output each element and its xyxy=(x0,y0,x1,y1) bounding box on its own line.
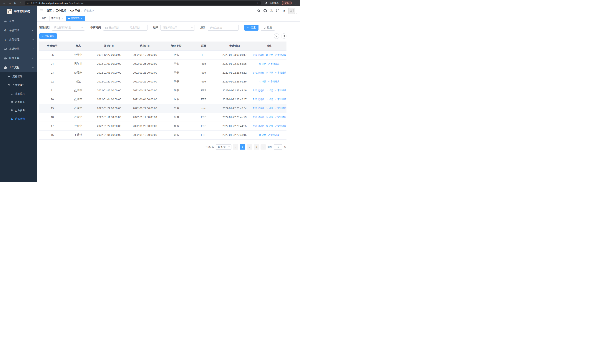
approval-progress-link[interactable]: 审批进度 xyxy=(275,53,286,56)
approval-progress-link[interactable]: 审批进度 xyxy=(275,98,286,101)
reason-input[interactable] xyxy=(208,25,239,31)
detail-link[interactable]: 详情 xyxy=(266,125,273,128)
page-size-select[interactable]: 10条/页 xyxy=(216,144,231,149)
sidebar-item-payment[interactable]: ¥ 支付管理 xyxy=(0,35,37,44)
chevron-up-icon xyxy=(32,67,34,68)
close-icon[interactable]: × xyxy=(80,17,83,20)
toolbox-icon xyxy=(4,57,7,60)
page-button-1[interactable]: 1 xyxy=(240,144,245,149)
forward-icon[interactable]: → xyxy=(7,0,12,6)
sidebar-item-leave-query[interactable]: 请假查询 xyxy=(0,114,37,123)
back-icon[interactable]: ← xyxy=(2,0,7,6)
detail-link[interactable]: 详情 xyxy=(266,107,273,110)
reset-button[interactable]: 重置 xyxy=(261,25,275,31)
result-select[interactable]: 请选择流结果 xyxy=(160,25,195,31)
breadcrumb-item-workflow[interactable]: 工作流程 xyxy=(56,9,66,12)
breadcrumb-separator: / xyxy=(82,9,82,12)
sidebar-item-my-process[interactable]: 我的流程 xyxy=(0,90,37,98)
detail-link[interactable]: 详情 xyxy=(259,80,266,83)
cancel-leave-link[interactable]: 取消请假 xyxy=(253,71,264,74)
cancel-leave-link[interactable]: 取消请假 xyxy=(253,116,264,119)
browser-menu-icon[interactable]: ⋮ xyxy=(293,0,298,6)
help-icon[interactable]: ? xyxy=(270,9,273,12)
update-button[interactable]: 更新 xyxy=(282,1,292,5)
goto-page-input[interactable] xyxy=(274,144,282,149)
sidebar-item-rd-tools[interactable]: 研发工具 xyxy=(0,54,37,63)
approval-progress-link[interactable]: 审批进度 xyxy=(275,71,286,74)
prev-page-button[interactable]: ‹ xyxy=(233,144,238,149)
github-icon[interactable] xyxy=(263,9,267,12)
cancel-leave-link[interactable]: 取消请假 xyxy=(253,125,264,128)
tab-leave-query[interactable]: 请假查询 × xyxy=(66,16,85,21)
detail-link[interactable]: 详情 xyxy=(266,53,273,56)
page-button-2[interactable]: 2 xyxy=(247,144,252,149)
approval-progress-link[interactable]: 审批进度 xyxy=(268,80,280,83)
filter-apply-time: 申请时间 开始日期 - 结束日期 xyxy=(90,25,148,31)
start-date-placeholder: 开始日期 xyxy=(109,26,124,29)
cancel-leave-link[interactable]: 取消请假 xyxy=(253,98,264,101)
sidebar-collapse-icon[interactable] xyxy=(40,9,44,13)
breadcrumb-item-home[interactable]: 首页 xyxy=(47,9,52,12)
sidebar-item-process-management[interactable]: 流程管理 xyxy=(0,72,37,81)
sidebar-item-label: 支付管理 xyxy=(9,38,19,41)
sidebar-item-workflow[interactable]: 工作流程 xyxy=(0,63,37,72)
approval-progress-link[interactable]: 审批进度 xyxy=(268,133,280,137)
sidebar-item-home[interactable]: 首页 xyxy=(0,17,37,26)
sidebar-item-done-tasks[interactable]: 已办任务 xyxy=(0,106,37,114)
detail-link[interactable]: 详情 xyxy=(266,89,273,92)
sidebar-item-system[interactable]: ⚙ 系统管理 xyxy=(0,26,37,35)
refresh-icon[interactable] xyxy=(281,33,286,39)
page-button-3[interactable]: 3 xyxy=(254,144,259,149)
app-logo[interactable]: 芋道管理系统 xyxy=(0,6,37,17)
search-button[interactable]: 搜索 xyxy=(244,25,259,31)
tab-home[interactable]: 首页 xyxy=(40,16,48,21)
cell-apply-time: 2022-01-22 23:46:47 xyxy=(217,95,252,104)
cell-actions: 取消请假详情审批进度 xyxy=(252,50,286,59)
create-leave-button[interactable]: + 发起请假 xyxy=(39,33,57,39)
user-menu[interactable] xyxy=(288,8,297,14)
fullscreen-icon[interactable] xyxy=(276,9,279,12)
cell-reason: eee xyxy=(190,77,217,86)
font-size-icon[interactable]: TT xyxy=(282,9,285,12)
sidebar-item-todo-tasks[interactable]: 待办任务 xyxy=(0,98,37,106)
tab-process-detail[interactable]: 流程详情 × xyxy=(49,16,65,21)
detail-link[interactable]: 详情 xyxy=(266,71,273,74)
detail-link[interactable]: 详情 xyxy=(266,98,273,101)
table-row: 22通过2022-01-22 00:00:002022-01-22 00:00:… xyxy=(39,77,286,86)
detail-link[interactable]: 详情 xyxy=(259,133,266,137)
leave-type-select[interactable]: 请选择请假类型 xyxy=(52,25,85,31)
sidebar-item-infrastructure[interactable]: 基础设施 xyxy=(0,44,37,54)
approval-progress-link[interactable]: 审批进度 xyxy=(275,125,286,128)
filter-label: 请假类型 xyxy=(39,26,50,29)
cancel-leave-link[interactable]: 取消请假 xyxy=(253,53,264,56)
approval-progress-link[interactable]: 审批进度 xyxy=(275,116,286,119)
cell-reason: eee xyxy=(190,68,217,77)
sidebar-menu: 首页 ⚙ 系统管理 ¥ 支付管理 基础设施 xyxy=(0,17,37,72)
cell-apply-time: 2022-01-22 23:46:04 xyxy=(217,104,252,113)
cell-actions: 详情审批进度 xyxy=(252,131,286,139)
table-row: 16不通过2022-01-04 00:00:002022-01-13 00:00… xyxy=(39,131,286,139)
cancel-leave-link[interactable]: 取消请假 xyxy=(253,107,264,110)
search-icon[interactable] xyxy=(257,9,260,12)
sidebar-item-task-management[interactable]: 任务管理 xyxy=(0,81,37,90)
approval-progress-link[interactable]: 审批进度 xyxy=(275,107,286,110)
address-bar[interactable]: ⚠ 不安全 dashboard.yudao.iocoder.cn/bpm/oa/… xyxy=(25,1,261,5)
approval-progress-link[interactable]: 审批进度 xyxy=(275,89,286,92)
bookmark-star-icon[interactable]: ☆ xyxy=(256,2,259,5)
home-icon[interactable]: ⌂ xyxy=(18,0,23,6)
reload-icon[interactable]: ↻ xyxy=(13,0,18,6)
detail-link[interactable]: 详情 xyxy=(259,62,266,65)
next-page-button[interactable]: › xyxy=(261,144,266,149)
date-range-picker[interactable]: 开始日期 - 结束日期 xyxy=(103,25,148,31)
cell-actions: 取消请假详情审批进度 xyxy=(252,86,286,95)
detail-link[interactable]: 详情 xyxy=(266,116,273,119)
goto-suffix: 页 xyxy=(284,145,286,149)
monitor-icon xyxy=(4,47,7,50)
approval-progress-link[interactable]: 审批进度 xyxy=(268,62,280,65)
cancel-leave-link[interactable]: 取消请假 xyxy=(253,89,264,92)
close-icon[interactable]: × xyxy=(61,17,63,20)
breadcrumb-item-oa-example[interactable]: OA 示例 xyxy=(70,9,80,12)
toggle-search-icon[interactable] xyxy=(274,33,279,39)
chevron-down-icon xyxy=(228,145,230,147)
gear-icon: ⚙ xyxy=(4,29,7,32)
